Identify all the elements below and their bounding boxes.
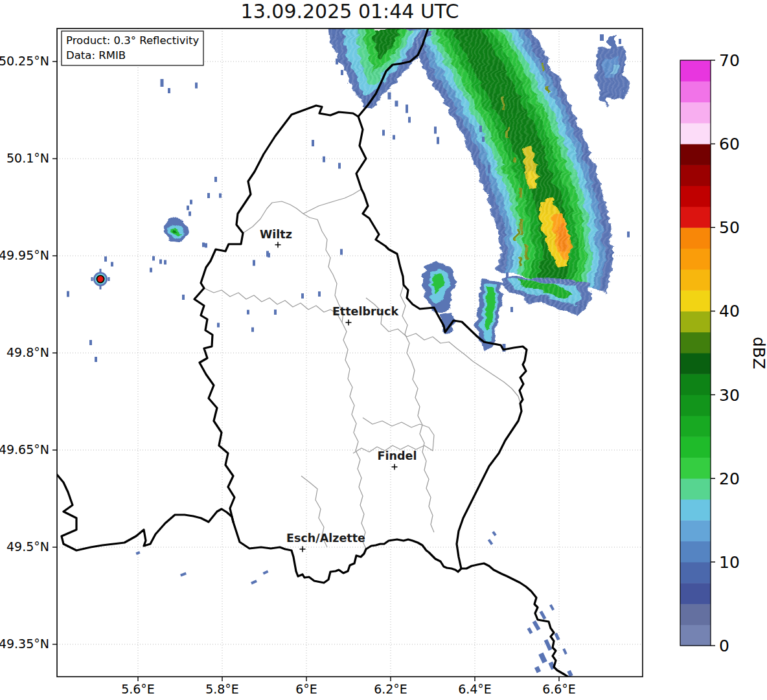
band-texture — [453, 1, 555, 280]
echo-speckle — [492, 531, 496, 536]
echo-speckle — [247, 310, 249, 315]
district-border — [303, 189, 361, 214]
lat-tick-label: 50.25°N — [0, 54, 49, 68]
echo-speckle — [161, 79, 164, 87]
echo-speckle — [488, 539, 493, 545]
lat-tick-label: 50.1°N — [6, 151, 49, 165]
echo-speckle — [180, 572, 187, 577]
echo-speckle — [152, 256, 155, 261]
echo-speckle — [538, 653, 547, 664]
echo-speckle — [474, 158, 476, 165]
lat-tick-label: 49.8°N — [6, 345, 49, 359]
data-source-line: Data: RMIB — [66, 49, 126, 62]
echo-speckle — [562, 648, 567, 655]
echo-speckle — [482, 137, 485, 142]
echo-speckle — [312, 140, 314, 146]
lon-tick-label: 5.8°E — [205, 682, 239, 696]
echo-speckle — [344, 46, 347, 52]
colorbar-segment — [680, 457, 711, 479]
colorbar-tick-label: 20 — [719, 469, 740, 488]
echo-speckle — [540, 611, 547, 620]
echo-speckle — [619, 39, 621, 44]
echo-speckle — [388, 93, 391, 100]
product-line: Product: 0.3° Reflectivity — [66, 34, 200, 47]
echo-speckle — [506, 273, 509, 278]
echo-speckle — [190, 200, 192, 205]
colorbar-tick-label: 0 — [719, 637, 729, 655]
radar-site-dot — [97, 276, 104, 283]
echo-speckle — [214, 177, 217, 182]
echo-speckle — [268, 253, 270, 258]
product-info-box: Product: 0.3° Reflectivity Data: RMIB — [62, 31, 203, 65]
colorbar-segment — [680, 60, 711, 82]
colorbar-axis-label: dBZ — [750, 337, 767, 369]
echo-speckle — [532, 620, 541, 631]
echo-speckle — [187, 206, 189, 210]
lat-tick-label: 49.95°N — [0, 248, 49, 262]
colorbar-segment — [680, 479, 711, 500]
echo-speckle — [301, 293, 304, 299]
echo-speckle — [195, 83, 198, 89]
city-markers: WiltzEttelbruckFindelEsch/Alzette — [260, 228, 417, 552]
echo-speckle — [251, 580, 257, 584]
echo-speckle — [510, 307, 513, 312]
city-label: Findel — [378, 449, 417, 462]
lat-tick-label: 49.35°N — [0, 637, 49, 651]
echo-speckle — [95, 357, 97, 362]
district-border — [322, 231, 366, 549]
echo-speckle — [600, 34, 604, 41]
echo-speckle — [489, 191, 492, 198]
echo-speckle — [202, 243, 205, 247]
echo-speckle — [205, 243, 207, 248]
echo-speckle — [251, 328, 254, 332]
colorbar-tick-label: 70 — [719, 51, 740, 70]
echo-speckle — [150, 268, 152, 273]
luxembourg-border — [194, 106, 527, 583]
colorbar-segment — [680, 332, 711, 354]
echo-texture — [593, 44, 627, 99]
colorbar-segment — [680, 520, 711, 541]
colorbar-segment — [680, 541, 711, 563]
radar-clutter-tick — [91, 277, 93, 281]
colorbar-segment — [680, 227, 711, 249]
neighbor-border — [57, 475, 233, 550]
clutter-blob-core — [172, 227, 176, 231]
radar-map-svg: 13.09.2025 01:44 UTC WiltzEttelbruckFind… — [0, 0, 767, 700]
lon-tick-label: 6.4°E — [458, 682, 492, 696]
colorbar-tick-label: 40 — [719, 302, 740, 321]
district-border — [204, 288, 342, 322]
echo-speckle — [627, 232, 630, 238]
echo-speckle — [217, 323, 220, 328]
plot-title: 13.09.2025 01:44 UTC — [241, 0, 459, 23]
city-marker — [392, 464, 398, 470]
colorbar-segment — [680, 123, 711, 144]
colorbar-segment — [680, 144, 711, 165]
radar-clutter-tick — [100, 269, 102, 273]
echo-speckle — [554, 633, 560, 640]
colorbar-segment — [680, 269, 711, 291]
echo-speckle — [479, 126, 482, 132]
colorbar-segment — [680, 416, 711, 437]
echo-speckle — [336, 59, 338, 65]
echo-speckle — [253, 260, 255, 266]
city-label: Ettelbruck — [332, 305, 399, 318]
echo-speckle — [395, 101, 398, 107]
radar-clutter-tick — [108, 277, 110, 281]
echo-speckle — [488, 165, 490, 174]
echo-speckle — [135, 551, 140, 555]
colorbar-segment — [680, 207, 711, 228]
colorbar-segment — [680, 604, 711, 625]
echo-speckle — [182, 295, 185, 300]
colorbar-segment — [680, 249, 711, 270]
echo-speckle — [408, 117, 411, 123]
neighbor-border — [461, 563, 570, 678]
echo-speckle — [67, 291, 69, 297]
echo-speckle — [527, 627, 533, 634]
city-marker — [300, 547, 306, 552]
echo-speckle — [274, 310, 277, 315]
echo-speckle — [382, 130, 385, 136]
echo-speckle — [207, 193, 210, 198]
echo-speckle — [323, 157, 325, 163]
colorbar-segment — [680, 164, 711, 186]
echo-speckle — [406, 105, 408, 113]
